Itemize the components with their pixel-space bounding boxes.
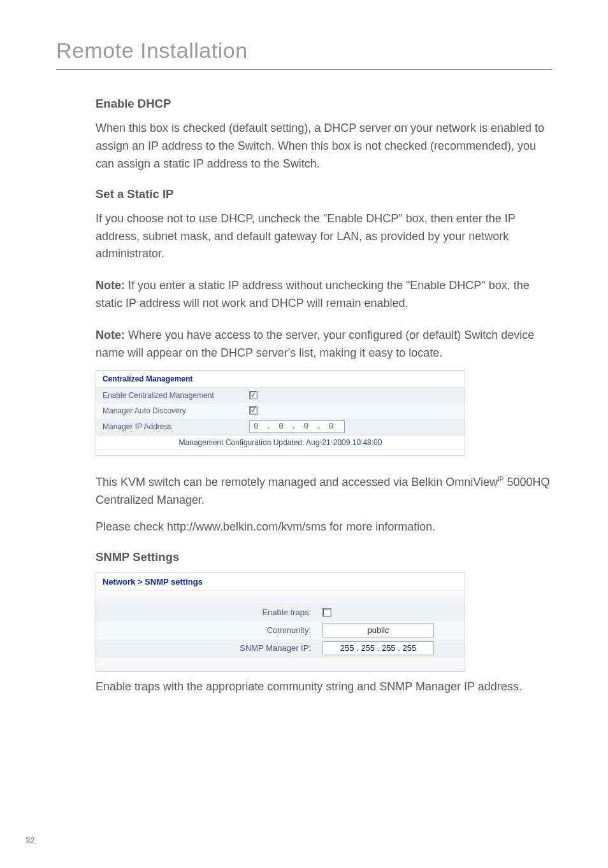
page-title: Remote Installation [56,38,552,70]
cm-enable-checkbox[interactable]: ✓ [249,391,257,399]
note-static-ip-2: Note: Where you have access to the serve… [96,327,551,362]
paragraph-snmp-footer: Enable traps with the appropriate commun… [96,678,551,696]
note-static-ip-1: Note: If you enter a static IP address w… [96,277,551,313]
paragraph-kvm: This KVM switch can be remotely managed … [96,474,551,509]
snmp-blank-top [96,591,465,604]
cm-ip-input[interactable]: 0 . 0 . 0 . 0 [249,420,345,433]
snmp-panel-title: Network > SNMP settings [96,573,465,591]
snmp-panel: Network > SNMP settings Enable traps: Co… [96,572,465,672]
paragraph-enable-dhcp: When this box is checked (default settin… [96,120,551,173]
cm-enable-label: Enable Centralized Management [103,391,249,400]
cm-footer-text: Management Configuration Updated: Aug-21… [96,435,465,449]
note-label: Note: [96,279,125,292]
centralized-management-panel: Centralized Management Enable Centralize… [96,370,465,456]
snmp-community-input[interactable]: public [322,623,434,637]
cm-footer-blank [96,449,465,455]
snmp-traps-label: Enable traps: [103,608,322,617]
snmp-mgrip-label: SNMP Manager IP: [103,643,322,653]
cm-autodiscovery-label: Manager Auto Discovery [103,406,249,415]
snmp-mgrip-input[interactable]: 255 . 255 . 255 . 255 [322,641,434,655]
page-number: 32 [25,836,34,845]
kvm-text-1: This KVM switch can be remotely managed … [96,476,498,488]
snmp-blank-bottom [96,657,465,671]
heading-static-ip: Set a Static IP [96,187,551,201]
paragraph-static-ip: If you choose not to use DHCP, uncheck t… [96,210,551,264]
snmp-row-traps: Enable traps: [96,604,465,622]
paragraph-please-check: Please check http://www.belkin.com/kvm/s… [96,518,551,536]
snmp-row-mgrip: SNMP Manager IP: 255 . 255 . 255 . 255 [96,639,465,657]
cm-row-enable: Enable Centralized Management ✓ [96,388,465,403]
heading-snmp: SNMP Settings [96,550,551,564]
heading-enable-dhcp: Enable DHCP [96,97,551,111]
note-label: Note: [96,329,125,341]
snmp-community-label: Community: [103,625,322,635]
kvm-sup: IP [498,476,503,483]
snmp-traps-checkbox[interactable] [322,608,331,617]
cm-ip-label: Manager IP Address [103,422,249,431]
note-text: If you enter a static IP address without… [96,279,530,309]
cm-autodiscovery-checkbox[interactable]: ✓ [249,406,257,415]
cm-panel-title: Centralized Management [96,371,465,388]
cm-row-ip: Manager IP Address 0 . 0 . 0 . 0 [96,418,465,435]
note-text: Where you have access to the server, you… [96,329,534,359]
cm-row-autodiscovery: Manager Auto Discovery ✓ [96,403,465,418]
snmp-row-community: Community: public [96,622,465,639]
